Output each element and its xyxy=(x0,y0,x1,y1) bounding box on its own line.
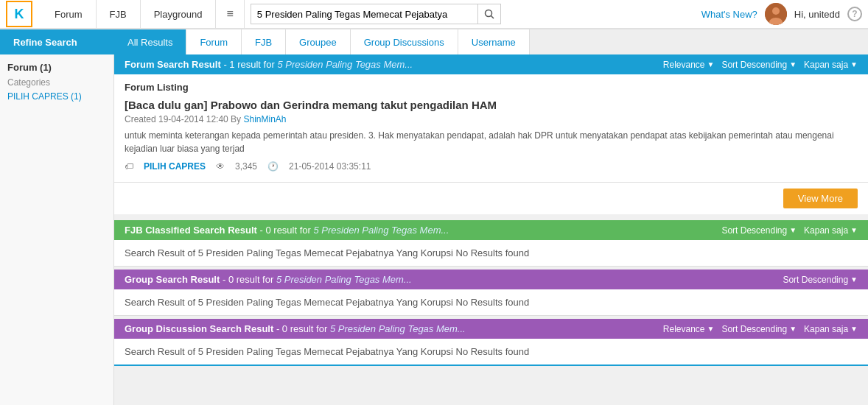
group-header-query: 5 Presiden Paling Tegas Mem... xyxy=(276,274,412,285)
gd-body-text: Search Result of 5 Presiden Paling Tegas… xyxy=(125,346,529,357)
refine-search-button[interactable]: Refine Search xyxy=(0,29,114,54)
tab-forum[interactable]: Forum xyxy=(186,29,242,54)
group-body-text: Search Result of 5 Presiden Paling Tegas… xyxy=(125,297,529,308)
help-icon[interactable]: ? xyxy=(847,7,862,21)
whats-new-link[interactable]: What's New? xyxy=(701,9,757,20)
sidebar: Forum (1) Categories PILIH CAPRES (1) xyxy=(0,54,114,405)
gd-section-body: Search Result of 5 Presiden Paling Tegas… xyxy=(114,339,868,366)
gd-sort-descending[interactable]: Sort Descending ▼ xyxy=(721,324,797,334)
sub-nav: Refine Search All Results Forum FJB Grou… xyxy=(0,29,868,54)
top-nav: K Forum FJB Playground ≡ What's New? xyxy=(0,0,868,29)
group-header-title: Group Search Result xyxy=(125,274,220,285)
forum-kapan-saja[interactable]: Kapan saja ▼ xyxy=(804,60,858,70)
nav-links: Forum FJB Playground ≡ xyxy=(41,0,245,29)
forum-post-author[interactable]: ShinMinAh xyxy=(243,114,286,124)
gd-section: Group Discussion Search Result - 0 resul… xyxy=(114,319,868,366)
tab-groupee[interactable]: Groupee xyxy=(286,29,351,54)
logo-letter: K xyxy=(15,7,24,22)
svg-point-0 xyxy=(485,10,491,17)
nav-menu-icon[interactable]: ≡ xyxy=(216,0,244,29)
forum-header-query: 5 Presiden Paling Tegas Mem... xyxy=(277,59,413,70)
group-header-result-text: - 0 result for xyxy=(223,274,273,285)
forum-listing-label: Forum Listing xyxy=(125,82,858,93)
search-input[interactable] xyxy=(251,4,478,24)
forum-section-body: Forum Listing [Baca dulu gan] Prabowo da… xyxy=(114,74,868,183)
tab-fjb[interactable]: FJB xyxy=(242,29,286,54)
hi-user-label: Hi, unitedd xyxy=(794,9,840,20)
nav-playground[interactable]: Playground xyxy=(141,0,217,29)
forum-header-result-text: - 1 result for xyxy=(223,59,274,70)
forum-post-tags: 🏷 PILIH CAPRES 👁 3,345 🕐 21-05-2014 03:3… xyxy=(125,161,858,172)
tab-group-discussions[interactable]: Group Discussions xyxy=(351,29,458,54)
fjb-body-text: Search Result of 5 Presiden Paling Tegas… xyxy=(125,247,529,258)
gd-header-title: Group Discussion Search Result xyxy=(125,323,273,334)
forum-tag-pill[interactable]: PILIH CAPRES xyxy=(144,161,206,172)
forum-post-views: 3,345 xyxy=(235,161,257,172)
fjb-section-header: FJB Classified Search Result - 0 result … xyxy=(114,220,868,240)
svg-point-3 xyxy=(772,7,780,15)
sidebar-category-label: Categories xyxy=(7,77,106,88)
logo[interactable]: K xyxy=(6,1,32,27)
fjb-header-query: 5 Presiden Paling Tegas Mem... xyxy=(314,225,449,236)
forum-post-excerpt: untuk meminta keterangan kepada pemerint… xyxy=(125,129,858,155)
forum-post-meta: Created 19-04-2014 12:40 By ShinMinAh xyxy=(125,114,858,124)
nav-right: What's New? Hi, unitedd ? xyxy=(701,3,862,25)
fjb-section-body: Search Result of 5 Presiden Paling Tegas… xyxy=(114,240,868,267)
nav-fjb[interactable]: FJB xyxy=(97,0,141,29)
forum-relevance-sort[interactable]: Relevance ▼ xyxy=(663,60,715,70)
fjb-header-result-text: - 0 result for xyxy=(260,225,311,236)
fjb-kapan-saja[interactable]: Kapan saja ▼ xyxy=(804,225,858,236)
sidebar-pilih-capres-link[interactable]: PILIH CAPRES (1) xyxy=(7,91,82,102)
svg-line-1 xyxy=(491,16,494,19)
fjb-section: FJB Classified Search Result - 0 result … xyxy=(114,220,868,267)
group-section-body: Search Result of 5 Presiden Paling Tegas… xyxy=(114,289,868,316)
avatar[interactable] xyxy=(765,3,787,25)
view-more-row: View More xyxy=(114,183,868,214)
group-section-header: Group Search Result - 0 result for 5 Pre… xyxy=(114,270,868,289)
gd-header-query: 5 Presiden Paling Tegas Mem... xyxy=(330,323,466,334)
forum-sort-descending[interactable]: Sort Descending ▼ xyxy=(721,60,797,70)
search-button[interactable] xyxy=(478,4,501,24)
gd-kapan-saja[interactable]: Kapan saja ▼ xyxy=(804,324,858,334)
sidebar-forum-title: Forum (1) xyxy=(7,62,106,73)
view-more-button[interactable]: View More xyxy=(783,189,858,208)
tab-username[interactable]: Username xyxy=(458,29,530,54)
group-sort-descending[interactable]: Sort Descending ▼ xyxy=(783,275,858,285)
tab-all-results[interactable]: All Results xyxy=(114,29,186,54)
gd-section-header: Group Discussion Search Result - 0 resul… xyxy=(114,319,868,339)
fjb-header-title: FJB Classified Search Result xyxy=(125,225,257,236)
gd-header-result-text: - 0 result for xyxy=(276,323,327,334)
search-bar xyxy=(251,4,501,24)
forum-section: Forum Search Result - 1 result for 5 Pre… xyxy=(114,54,868,214)
forum-post-title[interactable]: [Baca dulu gan] Prabowo dan Gerindra mem… xyxy=(125,99,858,111)
tab-bar: All Results Forum FJB Groupee Group Disc… xyxy=(114,29,868,54)
main-layout: Forum (1) Categories PILIH CAPRES (1) Fo… xyxy=(0,54,868,405)
forum-header-title: Forum Search Result xyxy=(125,59,221,70)
content-area: Forum Search Result - 1 result for 5 Pre… xyxy=(114,54,868,405)
group-section: Group Search Result - 0 result for 5 Pre… xyxy=(114,270,868,316)
fjb-sort-descending[interactable]: Sort Descending ▼ xyxy=(721,225,797,236)
gd-relevance-sort[interactable]: Relevance ▼ xyxy=(663,324,715,334)
forum-post-date: 21-05-2014 03:35:11 xyxy=(289,161,371,172)
search-icon xyxy=(484,9,494,19)
forum-section-header: Forum Search Result - 1 result for 5 Pre… xyxy=(114,54,868,74)
nav-forum[interactable]: Forum xyxy=(41,0,97,29)
